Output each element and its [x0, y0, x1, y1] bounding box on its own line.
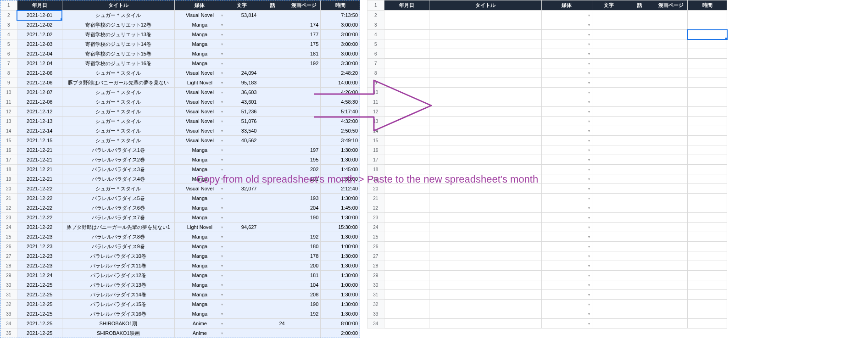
- table-row[interactable]: 3: [367, 20, 727, 30]
- column-header-date[interactable]: 年月日: [17, 0, 62, 11]
- cell-page[interactable]: [654, 184, 688, 194]
- cell-date[interactable]: 2021-12-06: [17, 68, 62, 78]
- cell-time[interactable]: [688, 11, 727, 20]
- cell-date[interactable]: 2021-12-12: [17, 107, 62, 117]
- cell-time[interactable]: [688, 107, 727, 117]
- cell-time[interactable]: [688, 136, 727, 145]
- cell-media-dropdown[interactable]: Visual Novel: [174, 88, 225, 97]
- table-row[interactable]: 212021-12-22パラレルパラダイス5巻Manga1931:30:00: [0, 194, 360, 203]
- cell-time[interactable]: [688, 117, 727, 126]
- cell-page[interactable]: 180: [287, 242, 321, 251]
- cell-media-dropdown[interactable]: [541, 223, 592, 232]
- cell-media-dropdown[interactable]: Manga: [174, 203, 225, 213]
- cell-media-dropdown[interactable]: Manga: [174, 194, 225, 203]
- table-row[interactable]: 30: [367, 280, 727, 290]
- cell-date[interactable]: 2021-12-24: [17, 271, 62, 280]
- cell-media-dropdown[interactable]: [541, 232, 592, 242]
- cell-media-dropdown[interactable]: [541, 59, 592, 68]
- cell-media-dropdown[interactable]: Anime: [174, 328, 225, 338]
- cell-moji[interactable]: [592, 290, 626, 300]
- cell-media-dropdown[interactable]: Visual Novel: [174, 107, 225, 117]
- cell-title[interactable]: [429, 223, 541, 232]
- cell-moji[interactable]: 36,603: [225, 88, 259, 97]
- cell-moji[interactable]: [592, 88, 626, 97]
- cell-page[interactable]: [654, 145, 688, 155]
- row-number[interactable]: 10: [0, 88, 17, 97]
- cell-time[interactable]: [688, 194, 727, 203]
- cell-wa[interactable]: [259, 126, 287, 136]
- column-header-wa[interactable]: 話: [259, 0, 287, 11]
- cell-moji[interactable]: [225, 59, 259, 68]
- cell-page[interactable]: 181: [287, 49, 321, 59]
- table-row[interactable]: 92021-12-06豚ブタ野郎はバニーガール先輩の夢を見ないLight Nov…: [0, 78, 360, 88]
- cell-moji[interactable]: [225, 30, 259, 39]
- row-number[interactable]: 33: [367, 309, 384, 319]
- row-number[interactable]: 5: [367, 39, 384, 49]
- cell-moji[interactable]: 53,814: [225, 11, 259, 20]
- cell-page[interactable]: 174: [287, 20, 321, 30]
- table-row[interactable]: 352021-12-25SHIROBAKO1映画Anime2:00:00: [0, 328, 360, 338]
- cell-time[interactable]: [688, 39, 727, 49]
- cell-media-dropdown[interactable]: [541, 107, 592, 117]
- cell-title[interactable]: パラレルパラダイス3巻: [62, 165, 174, 174]
- cell-title[interactable]: [429, 59, 541, 68]
- cell-date[interactable]: 2021-12-02: [17, 30, 62, 39]
- cell-title[interactable]: [429, 49, 541, 59]
- cell-media-dropdown[interactable]: Manga: [174, 280, 225, 290]
- cell-page[interactable]: 202: [287, 165, 321, 174]
- cell-wa[interactable]: [626, 271, 654, 280]
- cell-date[interactable]: 2021-12-21: [17, 155, 62, 165]
- table-row[interactable]: 18: [367, 165, 727, 174]
- row-number[interactable]: 24: [0, 223, 17, 232]
- row-number[interactable]: 28: [0, 261, 17, 271]
- column-header-title[interactable]: タイトル: [429, 0, 541, 11]
- cell-media-dropdown[interactable]: [541, 261, 592, 271]
- cell-title[interactable]: SHIROBAKO1映画: [62, 328, 174, 338]
- cell-media-dropdown[interactable]: [541, 145, 592, 155]
- row-number[interactable]: 4: [367, 30, 384, 39]
- cell-time[interactable]: [688, 319, 727, 328]
- cell-time[interactable]: 3:00:00: [321, 20, 360, 30]
- column-header-media[interactable]: 媒体: [541, 0, 592, 11]
- row-number[interactable]: 3: [367, 20, 384, 30]
- cell-date[interactable]: [384, 136, 429, 145]
- cell-media-dropdown[interactable]: Manga: [174, 309, 225, 319]
- cell-moji[interactable]: [592, 319, 626, 328]
- cell-date[interactable]: [384, 290, 429, 300]
- cell-moji[interactable]: [225, 20, 259, 30]
- cell-wa[interactable]: [259, 59, 287, 68]
- column-header-media[interactable]: 媒体: [174, 0, 225, 11]
- cell-page[interactable]: [654, 300, 688, 309]
- table-row[interactable]: 52021-12-03寄宿学校のジュリエット14巻Manga1753:00:00: [0, 39, 360, 49]
- cell-title[interactable]: 豚ブタ野郎はバニーガール先輩の夢を見ない1: [62, 223, 174, 232]
- table-row[interactable]: 32: [367, 300, 727, 309]
- cell-media-dropdown[interactable]: [541, 271, 592, 280]
- cell-date[interactable]: 2021-12-15: [17, 136, 62, 145]
- cell-media-dropdown[interactable]: Manga: [174, 49, 225, 59]
- cell-moji[interactable]: [225, 49, 259, 59]
- old-spreadsheet-table[interactable]: 1年月日タイトル媒体文字話漫画ページ時間22021-12-01シュガー＊スタイル…: [0, 0, 360, 338]
- cell-time[interactable]: [688, 88, 727, 97]
- cell-date[interactable]: [384, 261, 429, 271]
- cell-page[interactable]: [654, 117, 688, 126]
- cell-title[interactable]: [429, 251, 541, 261]
- cell-moji[interactable]: [592, 242, 626, 251]
- cell-title[interactable]: [429, 88, 541, 97]
- cell-page[interactable]: [287, 136, 321, 145]
- cell-time[interactable]: [688, 290, 727, 300]
- cell-title[interactable]: [429, 290, 541, 300]
- table-row[interactable]: 252021-12-23パラレルパラダイス8巻Manga1921:30:00: [0, 232, 360, 242]
- new-spreadsheet-table[interactable]: 1年月日タイトル媒体文字話漫画ページ時間23456789101112131415…: [367, 0, 727, 328]
- cell-title[interactable]: [429, 271, 541, 280]
- table-row[interactable]: 72021-12-04寄宿学校のジュリエット16巻Manga1923:30:00: [0, 59, 360, 68]
- row-number[interactable]: 18: [367, 165, 384, 174]
- cell-moji[interactable]: [225, 251, 259, 261]
- cell-wa[interactable]: [626, 300, 654, 309]
- column-header-time[interactable]: 時間: [688, 0, 727, 11]
- row-number[interactable]: 34: [367, 319, 384, 328]
- cell-title[interactable]: パラレルパラダイス11巻: [62, 261, 174, 271]
- cell-time[interactable]: [688, 20, 727, 30]
- cell-wa[interactable]: [259, 145, 287, 155]
- cell-media-dropdown[interactable]: [541, 117, 592, 126]
- cell-time[interactable]: 3:00:00: [321, 30, 360, 39]
